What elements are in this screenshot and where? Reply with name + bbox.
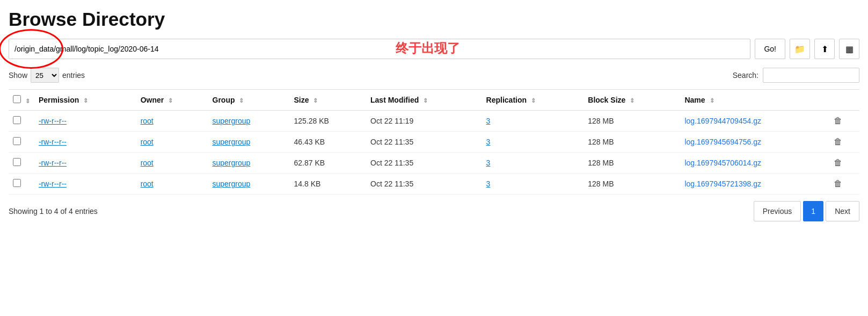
table-icon: ▦ — [845, 44, 854, 54]
row-group: supergroup — [208, 153, 290, 174]
sort-icon-size: ⇕ — [313, 97, 318, 104]
go-button[interactable]: Go! — [755, 39, 785, 59]
table-row: -rw-r--r-- root supergroup 14.8 KB Oct 2… — [9, 174, 859, 195]
replication-link-2[interactable]: 3 — [486, 159, 491, 167]
sort-icon-select: ⇕ — [25, 98, 30, 105]
col-group[interactable]: Group ⇕ — [208, 90, 290, 111]
row-delete: 🗑 — [829, 132, 859, 153]
col-last-modified[interactable]: Last Modified ⇕ — [366, 90, 482, 111]
folder-icon-button[interactable]: 📁 — [790, 39, 810, 59]
col-permission[interactable]: Permission ⇕ — [34, 90, 136, 111]
sort-icon-name: ⇕ — [710, 97, 714, 104]
permission-link-0[interactable]: -rw-r--r-- — [39, 117, 67, 125]
sort-icon-last-modified: ⇕ — [423, 97, 428, 104]
pagination: Previous 1 Next — [754, 201, 859, 221]
col-replication[interactable]: Replication ⇕ — [482, 90, 584, 111]
table-row: -rw-r--r-- root supergroup 46.43 KB Oct … — [9, 132, 859, 153]
row-block-size: 128 MB — [583, 111, 680, 132]
owner-link-1[interactable]: root — [141, 138, 154, 146]
row-delete: 🗑 — [829, 174, 859, 195]
permission-link-1[interactable]: -rw-r--r-- — [39, 138, 67, 146]
group-link-2[interactable]: supergroup — [213, 159, 251, 167]
row-replication: 3 — [482, 174, 584, 195]
table-footer: Showing 1 to 4 of 4 entries Previous 1 N… — [9, 201, 859, 221]
sort-icon-group: ⇕ — [239, 97, 244, 104]
table-icon-button[interactable]: ▦ — [839, 39, 859, 59]
table-header-row: ⇕ Permission ⇕ Owner ⇕ Group ⇕ Size ⇕ La… — [9, 90, 859, 111]
owner-link-2[interactable]: root — [141, 159, 154, 167]
file-link-0[interactable]: log.1697944709454.gz — [684, 117, 761, 125]
group-link-1[interactable]: supergroup — [213, 138, 251, 146]
replication-link-1[interactable]: 3 — [486, 138, 491, 146]
file-link-1[interactable]: log.1697945694756.gz — [684, 138, 761, 146]
table-row: -rw-r--r-- root supergroup 125.28 KB Oct… — [9, 111, 859, 132]
row-last-modified: Oct 22 11:19 — [366, 111, 482, 132]
next-button[interactable]: Next — [826, 201, 859, 221]
search-input[interactable] — [763, 68, 859, 83]
col-block-size[interactable]: Block Size ⇕ — [583, 90, 680, 111]
file-link-3[interactable]: log.1697945721398.gz — [684, 179, 761, 188]
sort-icon-owner: ⇕ — [168, 97, 173, 104]
col-owner[interactable]: Owner ⇕ — [136, 90, 208, 111]
row-checkbox-cell — [9, 174, 34, 195]
row-group: supergroup — [208, 132, 290, 153]
current-page-button[interactable]: 1 — [803, 201, 823, 221]
row-size: 46.43 KB — [290, 132, 367, 153]
row-owner: root — [136, 111, 208, 132]
col-size[interactable]: Size ⇕ — [290, 90, 367, 111]
row-replication: 3 — [482, 111, 584, 132]
row-permission: -rw-r--r-- — [34, 132, 136, 153]
row-checkbox-1[interactable] — [13, 137, 21, 145]
table-body: -rw-r--r-- root supergroup 125.28 KB Oct… — [9, 111, 859, 195]
permission-link-3[interactable]: -rw-r--r-- — [39, 179, 67, 188]
row-group: supergroup — [208, 111, 290, 132]
group-link-0[interactable]: supergroup — [213, 117, 251, 125]
owner-link-3[interactable]: root — [141, 179, 154, 188]
delete-button-3[interactable]: 🗑 — [834, 179, 842, 189]
show-label: Show — [9, 71, 27, 80]
row-replication: 3 — [482, 153, 584, 174]
permission-link-2[interactable]: -rw-r--r-- — [39, 159, 67, 167]
owner-link-0[interactable]: root — [141, 117, 154, 125]
select-all-checkbox[interactable] — [13, 95, 21, 103]
row-last-modified: Oct 22 11:35 — [366, 132, 482, 153]
row-delete: 🗑 — [829, 153, 859, 174]
group-link-3[interactable]: supergroup — [213, 179, 251, 188]
previous-button[interactable]: Previous — [754, 201, 801, 221]
table-controls: Show 10 25 50 100 entries Search: — [9, 68, 859, 83]
upload-icon: ⬆ — [821, 44, 828, 54]
col-name[interactable]: Name ⇕ — [680, 90, 829, 111]
showing-text: Showing 1 to 4 of 4 entries — [9, 207, 98, 216]
row-name: log.1697945694756.gz — [680, 132, 829, 153]
row-last-modified: Oct 22 11:35 — [366, 174, 482, 195]
row-checkbox-2[interactable] — [13, 158, 21, 166]
row-delete: 🗑 — [829, 111, 859, 132]
entries-select[interactable]: 10 25 50 100 — [31, 68, 59, 83]
entries-label: entries — [62, 71, 85, 80]
row-group: supergroup — [208, 174, 290, 195]
row-size: 125.28 KB — [290, 111, 367, 132]
row-checkbox-0[interactable] — [13, 116, 21, 124]
row-last-modified: Oct 22 11:35 — [366, 153, 482, 174]
row-checkbox-cell — [9, 111, 34, 132]
row-name: log.1697945706014.gz — [680, 153, 829, 174]
table-row: -rw-r--r-- root supergroup 62.87 KB Oct … — [9, 153, 859, 174]
path-input[interactable] — [9, 39, 750, 59]
delete-button-2[interactable]: 🗑 — [834, 158, 842, 168]
page-title: Browse Directory — [9, 9, 859, 30]
row-block-size: 128 MB — [583, 174, 680, 195]
row-checkbox-cell — [9, 132, 34, 153]
row-owner: root — [136, 153, 208, 174]
replication-link-3[interactable]: 3 — [486, 179, 491, 188]
sort-icon-permission: ⇕ — [83, 97, 88, 104]
delete-button-1[interactable]: 🗑 — [834, 137, 842, 147]
sort-icon-block-size: ⇕ — [630, 97, 634, 104]
row-permission: -rw-r--r-- — [34, 153, 136, 174]
replication-link-0[interactable]: 3 — [486, 117, 491, 125]
upload-icon-button[interactable]: ⬆ — [814, 39, 835, 59]
file-link-2[interactable]: log.1697945706014.gz — [684, 159, 761, 167]
row-permission: -rw-r--r-- — [34, 111, 136, 132]
delete-button-0[interactable]: 🗑 — [834, 116, 842, 126]
row-size: 14.8 KB — [290, 174, 367, 195]
row-checkbox-3[interactable] — [13, 179, 21, 187]
